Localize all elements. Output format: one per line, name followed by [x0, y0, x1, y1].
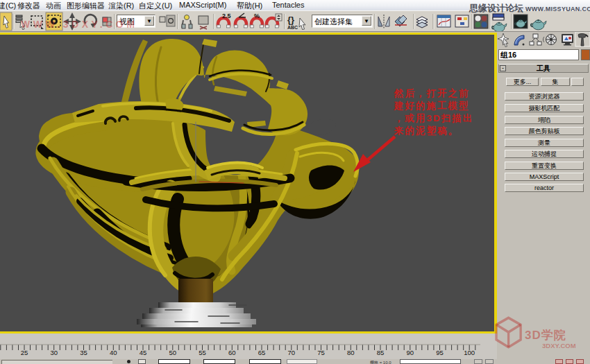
svg-text:80: 80	[347, 349, 355, 356]
svg-text:85: 85	[377, 349, 385, 356]
svg-text:45: 45	[140, 349, 147, 356]
svg-text:90: 90	[407, 349, 414, 356]
svg-text:95: 95	[436, 349, 444, 356]
svg-text:%: %	[254, 12, 260, 19]
svg-text:35: 35	[80, 349, 87, 356]
svg-text:ABC: ABC	[287, 25, 298, 30]
svg-text:40: 40	[110, 349, 117, 356]
svg-text:2.5: 2.5	[222, 12, 231, 19]
svg-text:60: 60	[228, 349, 236, 356]
svg-text:100: 100	[464, 349, 475, 356]
svg-text:30: 30	[50, 349, 58, 356]
svg-text:{}: {}	[287, 15, 294, 25]
svg-text:75: 75	[317, 349, 325, 356]
svg-text:70: 70	[288, 349, 296, 356]
svg-text:65: 65	[258, 349, 266, 356]
svg-text:25: 25	[21, 349, 28, 356]
svg-text:55: 55	[199, 349, 206, 356]
svg-text:50: 50	[169, 349, 177, 356]
